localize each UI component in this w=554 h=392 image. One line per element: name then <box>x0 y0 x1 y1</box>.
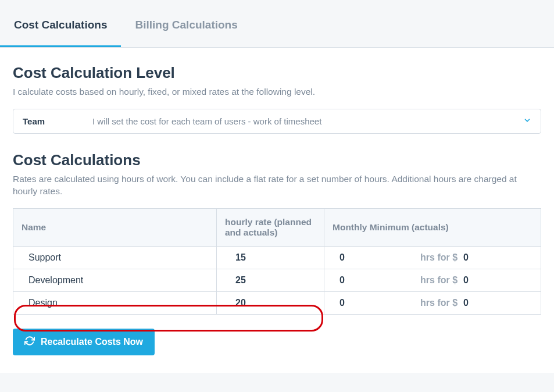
table-row[interactable]: Design 20 0 hrs for $ 0 <box>13 292 541 315</box>
row-name: Support <box>13 247 217 269</box>
level-desc: I calculate costs based on hourly, fixed… <box>13 85 541 98</box>
level-title: Cost Calculation Level <box>13 64 541 82</box>
rates-table: Name hourly rate (planned and actuals) M… <box>13 208 541 315</box>
row-rate[interactable]: 25 <box>217 269 324 292</box>
calc-title: Cost Calculations <box>13 151 541 169</box>
row-min[interactable]: 0 hrs for $ 0 <box>324 269 541 292</box>
calc-desc: Rates are calculated using hours of work… <box>13 173 541 198</box>
row-rate[interactable]: 15 <box>217 247 324 269</box>
row-rate[interactable]: 20 <box>217 292 324 315</box>
level-select-value: Team <box>23 116 92 126</box>
row-name: Development <box>13 269 217 292</box>
recalculate-button[interactable]: Recalculate Costs Now <box>13 329 155 355</box>
tabs-bar: Cost Calculations Billing Calculations <box>0 0 554 48</box>
level-select[interactable]: Team I will set the cost for each team o… <box>13 109 541 134</box>
tab-billing-calculations[interactable]: Billing Calculations <box>121 0 251 47</box>
table-row[interactable]: Development 25 0 hrs for $ 0 <box>13 269 541 292</box>
row-name: Design <box>13 292 217 315</box>
chevron-down-icon <box>523 116 531 126</box>
col-header-name: Name <box>13 209 217 247</box>
level-select-desc: I will set the cost for each team of use… <box>92 116 523 126</box>
row-min[interactable]: 0 hrs for $ 0 <box>324 247 541 269</box>
table-row[interactable]: Support 15 0 hrs for $ 0 <box>13 247 541 269</box>
recalculate-label: Recalculate Costs Now <box>41 337 143 347</box>
content-panel: Cost Calculation Level I calculate costs… <box>0 48 554 373</box>
tab-cost-calculations[interactable]: Cost Calculations <box>0 0 121 47</box>
col-header-min: Monthly Minimum (actuals) <box>324 209 541 247</box>
refresh-icon <box>24 336 35 348</box>
col-header-rate: hourly rate (planned and actuals) <box>217 209 324 247</box>
row-min[interactable]: 0 hrs for $ 0 <box>324 292 541 315</box>
rates-table-wrap: Name hourly rate (planned and actuals) M… <box>13 208 541 315</box>
